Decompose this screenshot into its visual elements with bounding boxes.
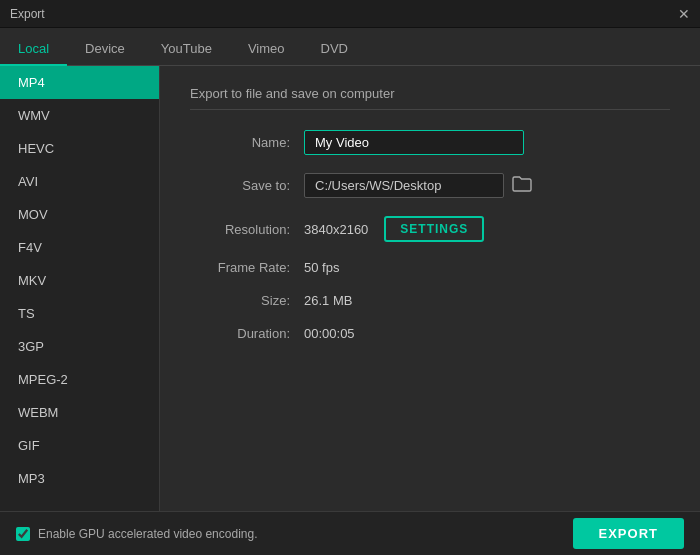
content-area: Export to file and save on computer Name… xyxy=(160,66,700,511)
saveto-label: Save to: xyxy=(190,178,290,193)
saveto-container xyxy=(304,173,532,198)
resolution-row: Resolution: 3840x2160 SETTINGS xyxy=(190,216,670,242)
name-row: Name: xyxy=(190,130,670,155)
duration-value: 00:00:05 xyxy=(304,326,355,341)
bottombar: Enable GPU accelerated video encoding. E… xyxy=(0,511,700,555)
tab-device[interactable]: Device xyxy=(67,33,143,66)
sidebar: MP4 WMV HEVC AVI MOV F4V MKV TS 3GP MPEG… xyxy=(0,66,160,511)
sidebar-item-webm[interactable]: WEBM xyxy=(0,396,159,429)
saveto-input[interactable] xyxy=(304,173,504,198)
folder-icon[interactable] xyxy=(512,175,532,197)
sidebar-item-mkv[interactable]: MKV xyxy=(0,264,159,297)
tab-vimeo[interactable]: Vimeo xyxy=(230,33,303,66)
size-value: 26.1 MB xyxy=(304,293,352,308)
tab-local[interactable]: Local xyxy=(0,33,67,66)
close-button[interactable]: ✕ xyxy=(678,7,690,21)
resolution-label: Resolution: xyxy=(190,222,290,237)
framerate-label: Frame Rate: xyxy=(190,260,290,275)
sidebar-item-mp4[interactable]: MP4 xyxy=(0,66,159,99)
sidebar-item-3gp[interactable]: 3GP xyxy=(0,330,159,363)
framerate-value: 50 fps xyxy=(304,260,339,275)
framerate-row: Frame Rate: 50 fps xyxy=(190,260,670,275)
tab-youtube[interactable]: YouTube xyxy=(143,33,230,66)
tabbar: Local Device YouTube Vimeo DVD xyxy=(0,28,700,66)
sidebar-item-wmv[interactable]: WMV xyxy=(0,99,159,132)
sidebar-item-mov[interactable]: MOV xyxy=(0,198,159,231)
resolution-value: 3840x2160 xyxy=(304,222,368,237)
window-title: Export xyxy=(10,7,45,21)
saveto-row: Save to: xyxy=(190,173,670,198)
sidebar-item-f4v[interactable]: F4V xyxy=(0,231,159,264)
titlebar: Export ✕ xyxy=(0,0,700,28)
duration-label: Duration: xyxy=(190,326,290,341)
gpu-label: Enable GPU accelerated video encoding. xyxy=(38,527,257,541)
sidebar-item-mpeg2[interactable]: MPEG-2 xyxy=(0,363,159,396)
size-label: Size: xyxy=(190,293,290,308)
duration-row: Duration: 00:00:05 xyxy=(190,326,670,341)
sidebar-item-avi[interactable]: AVI xyxy=(0,165,159,198)
export-button[interactable]: EXPORT xyxy=(573,518,684,549)
section-title: Export to file and save on computer xyxy=(190,86,670,110)
name-label: Name: xyxy=(190,135,290,150)
gpu-checkbox[interactable] xyxy=(16,527,30,541)
sidebar-item-ts[interactable]: TS xyxy=(0,297,159,330)
sidebar-item-mp3[interactable]: MP3 xyxy=(0,462,159,495)
resolution-container: 3840x2160 SETTINGS xyxy=(304,216,484,242)
settings-button[interactable]: SETTINGS xyxy=(384,216,484,242)
sidebar-item-hevc[interactable]: HEVC xyxy=(0,132,159,165)
size-row: Size: 26.1 MB xyxy=(190,293,670,308)
tab-dvd[interactable]: DVD xyxy=(303,33,366,66)
gpu-check-area: Enable GPU accelerated video encoding. xyxy=(16,527,257,541)
name-input[interactable] xyxy=(304,130,524,155)
main-area: MP4 WMV HEVC AVI MOV F4V MKV TS 3GP MPEG… xyxy=(0,66,700,511)
sidebar-item-gif[interactable]: GIF xyxy=(0,429,159,462)
